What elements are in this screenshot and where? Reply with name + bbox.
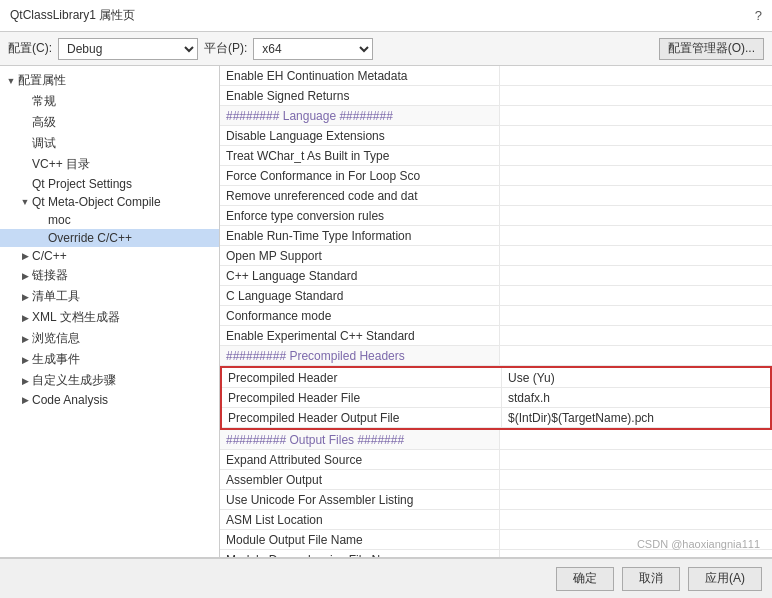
tree-arrow-cpp [18,251,32,261]
prop-value-r17[interactable]: stdafx.h [502,388,770,407]
tree-arrow-codeanalysis [18,395,32,405]
tree-label-overridecpp: Override C/C++ [48,231,132,245]
prop-row-r17[interactable]: Precompiled Header Filestdafx.h [222,388,770,408]
tree-item-advanced[interactable]: 高级 [0,112,219,133]
tree-arrow-props [4,76,18,86]
platform-select[interactable]: x64 [253,38,373,60]
tree-label-vcdir: VC++ 目录 [32,156,90,173]
prop-name-r15: ######### Precompiled Headers [220,346,500,365]
tree-label-custombuild: 自定义生成步骤 [32,372,116,389]
prop-value-r14 [500,326,772,345]
prop-name-r25: Module Dependencies File Name [220,550,500,557]
prop-value-r7 [500,186,772,205]
prop-value-r23 [500,510,772,529]
prop-name-r13: Conformance mode [220,306,500,325]
window-title: QtClassLibrary1 属性页 [10,7,135,24]
prop-name-r9: Enable Run-Time Type Information [220,226,500,245]
title-bar: QtClassLibrary1 属性页 ? [0,0,772,32]
prop-value-r8 [500,206,772,225]
tree-arrow-xmlgen [18,313,32,323]
prop-name-r12: C Language Standard [220,286,500,305]
prop-row-r24: Module Output File Name [220,530,772,550]
prop-row-r11: C++ Language Standard [220,266,772,286]
tree-arrow-buildevents [18,355,32,365]
tree-arrow-cleantools [18,292,32,302]
prop-row-r22: Use Unicode For Assembler Listing [220,490,772,510]
tree-arrow-qtmeta [18,197,32,207]
prop-name-r16: Precompiled Header [222,368,502,387]
prop-row-r3: ######## Language ######## [220,106,772,126]
tree-item-overridecpp[interactable]: Override C/C++ [0,229,219,247]
precompiled-header-group: Precompiled HeaderUse (Yu)Precompiled He… [220,366,772,430]
tree-arrow-browse [18,334,32,344]
prop-value-r5 [500,146,772,165]
prop-name-r4: Disable Language Extensions [220,126,500,145]
prop-row-r2: Enable Signed Returns [220,86,772,106]
prop-row-r5: Treat WChar_t As Built in Type [220,146,772,166]
tree-item-cpp[interactable]: C/C++ [0,247,219,265]
tree-label-debug: 调试 [32,135,56,152]
prop-value-r1 [500,66,772,85]
prop-row-r9: Enable Run-Time Type Information [220,226,772,246]
tree-item-codeanalysis[interactable]: Code Analysis [0,391,219,409]
prop-value-r21 [500,470,772,489]
tree-item-cleantools[interactable]: 清单工具 [0,286,219,307]
prop-row-r4: Disable Language Extensions [220,126,772,146]
prop-name-r3: ######## Language ######## [220,106,500,125]
prop-row-r8: Enforce type conversion rules [220,206,772,226]
prop-value-r4 [500,126,772,145]
tree-label-cleantools: 清单工具 [32,288,80,305]
prop-name-r19: ######### Output Files ####### [220,430,500,449]
prop-name-r18: Precompiled Header Output File [222,408,502,427]
main-area: 配置属性常规高级调试VC++ 目录Qt Project SettingsQt M… [0,66,772,558]
ok-button[interactable]: 确定 [556,567,614,591]
prop-name-r22: Use Unicode For Assembler Listing [220,490,500,509]
tree-item-qtproject[interactable]: Qt Project Settings [0,175,219,193]
tree-arrow-linker [18,271,32,281]
tree-label-qtmeta: Qt Meta-Object Compile [32,195,161,209]
prop-row-r18[interactable]: Precompiled Header Output File$(IntDir)$… [222,408,770,428]
prop-row-r6: Force Conformance in For Loop Sco [220,166,772,186]
config-select[interactable]: Debug [58,38,198,60]
tree-item-linker[interactable]: 链接器 [0,265,219,286]
prop-value-r20 [500,450,772,469]
prop-name-r1: Enable EH Continuation Metadata [220,66,500,85]
apply-button[interactable]: 应用(A) [688,567,762,591]
tree-item-debug[interactable]: 调试 [0,133,219,154]
tree-label-browse: 浏览信息 [32,330,80,347]
tree-label-general: 常规 [32,93,56,110]
help-button[interactable]: ? [755,8,762,23]
prop-row-r14: Enable Experimental C++ Standard [220,326,772,346]
config-manager-button[interactable]: 配置管理器(O)... [659,38,764,60]
prop-row-r12: C Language Standard [220,286,772,306]
prop-row-r21: Assembler Output [220,470,772,490]
prop-value-r16[interactable]: Use (Yu) [502,368,770,387]
prop-row-r20: Expand Attributed Source [220,450,772,470]
prop-value-r12 [500,286,772,305]
prop-name-r20: Expand Attributed Source [220,450,500,469]
prop-name-r8: Enforce type conversion rules [220,206,500,225]
tree-item-xmlgen[interactable]: XML 文档生成器 [0,307,219,328]
tree-item-moc[interactable]: moc [0,211,219,229]
prop-name-r2: Enable Signed Returns [220,86,500,105]
prop-row-r15: ######### Precompiled Headers [220,346,772,366]
tree-item-vcdir[interactable]: VC++ 目录 [0,154,219,175]
prop-row-r16[interactable]: Precompiled HeaderUse (Yu) [222,368,770,388]
tree-item-browse[interactable]: 浏览信息 [0,328,219,349]
property-panel: Enable EH Continuation MetadataEnable Si… [220,66,772,557]
prop-value-r13 [500,306,772,325]
tree-item-custombuild[interactable]: 自定义生成步骤 [0,370,219,391]
prop-value-r18[interactable]: $(IntDir)$(TargetName).pch [502,408,770,427]
tree-item-props[interactable]: 配置属性 [0,70,219,91]
cancel-button[interactable]: 取消 [622,567,680,591]
tree-label-cpp: C/C++ [32,249,67,263]
tree-item-qtmeta[interactable]: Qt Meta-Object Compile [0,193,219,211]
tree-label-moc: moc [48,213,71,227]
tree-item-general[interactable]: 常规 [0,91,219,112]
tree-panel: 配置属性常规高级调试VC++ 目录Qt Project SettingsQt M… [0,66,220,557]
tree-item-buildevents[interactable]: 生成事件 [0,349,219,370]
prop-value-r6 [500,166,772,185]
config-label: 配置(C): [8,40,52,57]
tree-label-buildevents: 生成事件 [32,351,80,368]
bottom-bar: 确定 取消 应用(A) [0,558,772,598]
